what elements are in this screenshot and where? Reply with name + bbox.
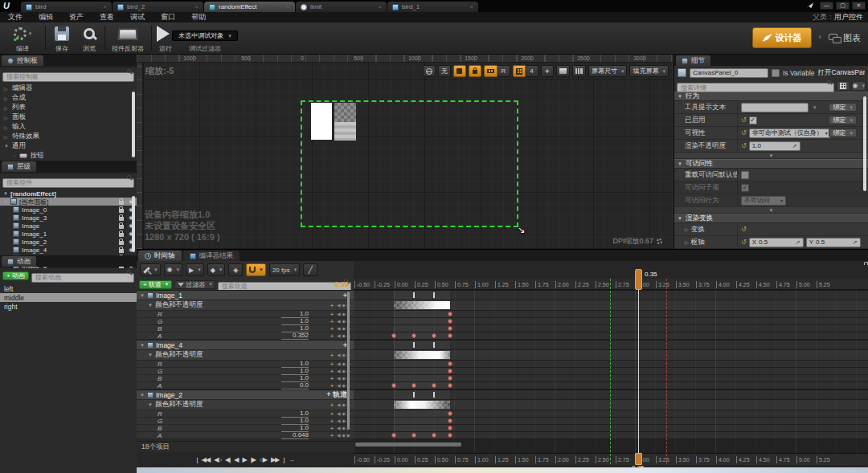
lock-icon[interactable] bbox=[119, 233, 124, 237]
grid-snap-button[interactable] bbox=[513, 65, 526, 77]
keyframe-dot[interactable] bbox=[448, 426, 452, 430]
animation-search-input[interactable] bbox=[31, 273, 134, 283]
timeline-ruler-top[interactable]: -0.50-0.250.000.250.500.751.001.251.501.… bbox=[354, 279, 868, 290]
track-lane-Image_2[interactable] bbox=[354, 389, 868, 400]
accessible-children-checkbox[interactable]: ✓ bbox=[741, 184, 749, 192]
fill-screen-dropdown[interactable]: 填充屏幕▾ bbox=[629, 65, 669, 77]
culture-button[interactable]: 无 bbox=[438, 65, 451, 77]
accessibility-expander[interactable]: ▼ bbox=[674, 207, 868, 214]
palette-category-编辑器[interactable]: ▷编辑器 bbox=[0, 84, 137, 93]
accessible-behavior-dropdown[interactable]: 不可访问▾ bbox=[741, 196, 786, 206]
keyframe-dot[interactable] bbox=[432, 383, 436, 388]
keyframe-tick[interactable] bbox=[433, 342, 435, 348]
animation-tab[interactable]: 动画 bbox=[2, 256, 36, 267]
keyframe-dot[interactable] bbox=[411, 333, 416, 338]
reset-to-default-icon[interactable]: ↺ bbox=[741, 142, 747, 149]
stats-button[interactable] bbox=[572, 65, 586, 77]
channel-Image_4-R[interactable]: R1.0+◀◆▶ bbox=[137, 361, 354, 368]
track-list-scrollbar[interactable] bbox=[347, 292, 350, 428]
property-color-and-opacity[interactable]: ▼颜色和不透明度+◀◆▶ bbox=[137, 350, 354, 361]
track-lane-Image_4[interactable] bbox=[354, 340, 868, 350]
palette-category-面板[interactable]: ▷面板 bbox=[0, 112, 137, 122]
pivot-x-field[interactable]: X0.5↗ bbox=[749, 238, 804, 247]
restore-button[interactable]: ▢ bbox=[836, 2, 850, 10]
hierarchy-root[interactable]: ▼[randomEffect] bbox=[0, 190, 137, 198]
expand-arrow-icon[interactable]: ▷ bbox=[4, 105, 9, 111]
timeline-tab-编译器结果[interactable]: 编译器结果 bbox=[183, 251, 240, 261]
channel-lane-Image_1-A[interactable] bbox=[354, 332, 868, 340]
playback-options-button[interactable]: ▶▾ bbox=[186, 263, 204, 276]
feedback-icon[interactable] bbox=[806, 2, 814, 9]
keyframe-dot[interactable] bbox=[448, 418, 452, 423]
channel-lane-Image_1-B[interactable] bbox=[354, 325, 868, 332]
localization-preview-button[interactable] bbox=[423, 65, 436, 77]
lock-icon[interactable] bbox=[119, 217, 124, 221]
expand-arrow-icon[interactable]: ▼ bbox=[4, 144, 9, 149]
play-forward-button[interactable]: ▶ bbox=[243, 456, 247, 463]
channel-Image_2-A[interactable]: A0.648+◀◆▶ bbox=[137, 432, 354, 439]
select-mode-button[interactable] bbox=[453, 65, 466, 77]
menu-item-资产[interactable]: 资产 bbox=[61, 12, 92, 22]
auto-key-button[interactable]: ◈ bbox=[228, 263, 243, 276]
expand-arrow-icon[interactable]: ▼ bbox=[148, 402, 153, 407]
tab-close-icon[interactable]: × bbox=[194, 3, 199, 10]
tab-close-icon[interactable]: × bbox=[378, 3, 382, 10]
keyframe-controls[interactable]: +◀◆▶ bbox=[330, 432, 350, 439]
keyframe-dot[interactable] bbox=[432, 333, 436, 338]
reset-to-default-icon[interactable]: ↺ bbox=[741, 129, 747, 137]
editor-tab-limit[interactable]: limit× bbox=[296, 2, 387, 12]
timeline-tab-时间轴[interactable]: 时间轴 bbox=[138, 251, 182, 261]
expand-arrow-icon[interactable]: ▼ bbox=[148, 303, 153, 308]
channel-value[interactable]: 0.648 bbox=[281, 431, 309, 439]
channel-Image_2-G[interactable]: G1.0+◀◆▶ bbox=[137, 418, 354, 425]
property-lane-Image_4[interactable] bbox=[354, 350, 868, 361]
hierarchy-search-input[interactable] bbox=[2, 178, 134, 188]
widget-reflector-button[interactable]: 控件反射器 bbox=[108, 25, 148, 53]
preview-background-button[interactable] bbox=[556, 65, 570, 77]
timeline-ruler-bottom[interactable]: -0.50-0.250.000.250.500.751.001.251.501.… bbox=[354, 453, 868, 465]
reset-to-default-icon[interactable]: ↺ bbox=[741, 116, 747, 124]
is-enabled-checkbox[interactable]: ✓ bbox=[749, 116, 757, 124]
behavior-expander[interactable]: ▼ bbox=[674, 153, 868, 159]
channel-Image_4-B[interactable]: B1.0+◀◆▶ bbox=[137, 375, 354, 382]
hierarchy-canvas-panel[interactable]: ▼[画布面板]◉ bbox=[0, 198, 137, 206]
hierarchy-item-Image_0[interactable]: Image_0◉ bbox=[0, 206, 137, 214]
keyframe-dot[interactable] bbox=[448, 361, 452, 366]
palette-item-按钮[interactable]: ○按钮 bbox=[0, 151, 137, 161]
step-forward-button[interactable]: |▶ bbox=[251, 456, 256, 463]
channel-Image_2-R[interactable]: R1.0+◀◆▶ bbox=[137, 410, 354, 418]
step-back-button[interactable]: ◀| bbox=[225, 456, 230, 463]
open-canvas-panel-link[interactable]: 打开CanvasPanel bbox=[818, 68, 865, 78]
dpi-scale-indicator[interactable]: DPI缩放0.67 bbox=[612, 236, 662, 247]
pivot-y-field[interactable]: Y0.5↗ bbox=[806, 238, 861, 247]
hierarchy-item-Image_2[interactable]: Image_2◉ bbox=[0, 238, 137, 246]
channel-value[interactable]: 0.352 bbox=[281, 332, 309, 340]
keyframe-dot[interactable] bbox=[391, 433, 396, 438]
lock-icon[interactable] bbox=[119, 225, 124, 229]
override-accessible-defaults-checkbox[interactable] bbox=[741, 171, 749, 179]
palette-category-列表[interactable]: ▷列表 bbox=[0, 103, 137, 112]
playback-range-end-line[interactable] bbox=[666, 279, 667, 464]
editor-tab-bird[interactable]: bird× bbox=[21, 2, 112, 12]
transform-mode-button[interactable]: + bbox=[541, 65, 554, 77]
browse-button[interactable]: 浏览 bbox=[77, 25, 101, 53]
ruler-mode-button[interactable]: R bbox=[497, 65, 510, 77]
expand-arrow-icon[interactable]: ▼ bbox=[148, 353, 153, 357]
sequencer-options-button[interactable]: ▾ bbox=[140, 263, 161, 276]
channel-Image_4-G[interactable]: G1.0+◀◆▶ bbox=[137, 368, 354, 375]
expand-arrow-icon[interactable]: ▷ bbox=[4, 96, 9, 101]
palette-scrollbar[interactable] bbox=[132, 92, 135, 157]
menu-item-查看[interactable]: 查看 bbox=[92, 12, 122, 22]
track-lane-Image_1[interactable] bbox=[354, 290, 868, 300]
fps-dropdown[interactable]: 20 fps▾ bbox=[269, 263, 300, 276]
canvas-design-area[interactable] bbox=[301, 100, 518, 227]
pivot-label-wrap[interactable]: ▷枢轴 bbox=[674, 238, 737, 247]
menu-item-文件[interactable]: 文件 bbox=[0, 12, 31, 22]
palette-tab[interactable]: 控制板 bbox=[2, 55, 43, 66]
keyframe-dot[interactable] bbox=[448, 369, 452, 373]
jump-to-end-button[interactable]: ▶▶ bbox=[271, 456, 279, 463]
add-track-button[interactable]: + 轨道 ▾ bbox=[139, 280, 172, 289]
snap-button[interactable]: ▾ bbox=[246, 263, 266, 276]
track-Image_2[interactable]: ▼Image_2+ 轨道 bbox=[137, 389, 354, 400]
current-time-display[interactable]: 0.35 bbox=[334, 280, 349, 288]
